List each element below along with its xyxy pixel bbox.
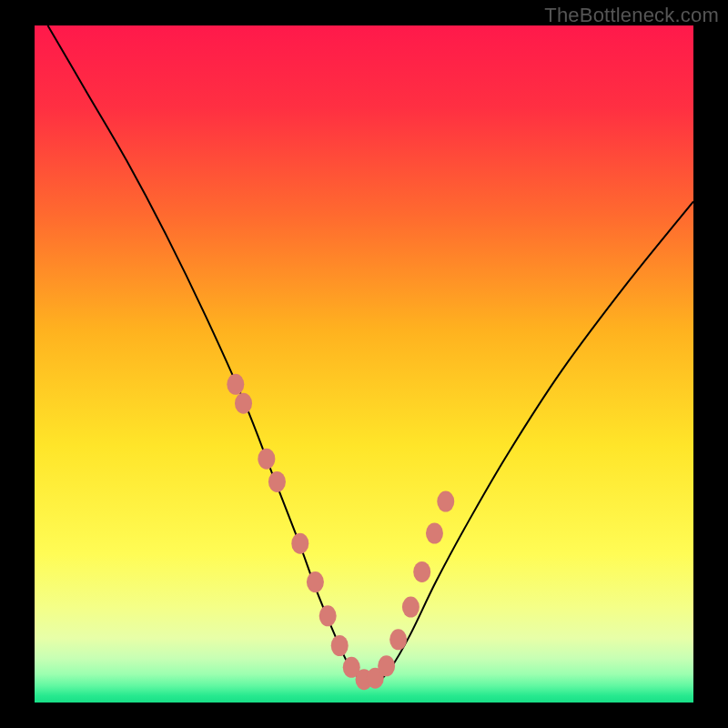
chart-svg — [35, 25, 693, 703]
curve-dot — [331, 635, 349, 656]
gradient-background — [35, 25, 693, 703]
chart-stage: TheBottleneck.com — [0, 0, 728, 728]
curve-dot — [268, 471, 286, 492]
curve-dot — [402, 597, 420, 618]
curve-dot — [378, 655, 395, 676]
curve-dot — [413, 561, 430, 582]
curve-dot — [227, 374, 244, 395]
curve-dot — [319, 605, 337, 626]
curve-dot — [389, 629, 407, 650]
curve-dot — [307, 571, 324, 592]
curve-dot — [235, 393, 252, 414]
watermark-text: TheBottleneck.com — [544, 4, 719, 27]
plot-area — [35, 25, 693, 703]
curve-dot — [437, 491, 454, 512]
curve-dot — [258, 449, 275, 470]
curve-dot — [291, 533, 308, 554]
curve-dot — [426, 523, 443, 544]
